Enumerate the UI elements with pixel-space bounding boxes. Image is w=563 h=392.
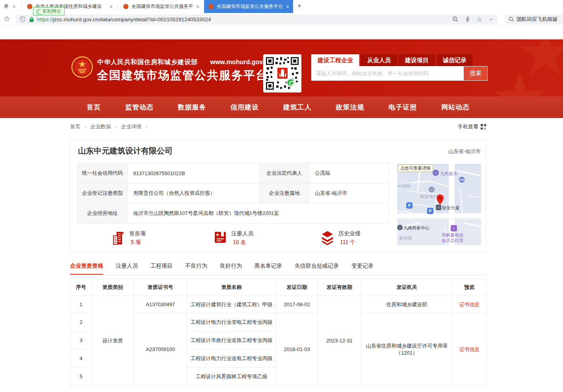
search-category-tabs: 建设工程企业 从业人员 建设项目 诚信记录 [311, 54, 488, 66]
emblem-favicon-icon [123, 4, 129, 9]
search-tab-credit[interactable]: 诚信记录 [437, 54, 473, 66]
tab-bar: 界 × 中华人民共和国住房和城乡建设 × 全国建筑市场监管公共服务平台 × 全国… [0, 0, 563, 13]
nav-credit[interactable]: 信用建设 [230, 96, 259, 118]
authority-cell: 住房和城乡建设部 [361, 296, 453, 313]
tab-jzsc-active[interactable]: 全国建筑市场监管公共服务平台 × [204, 0, 293, 13]
field-value: 公茂福 [309, 163, 389, 183]
national-emblem-icon [71, 56, 93, 78]
table-row: 1 设计资质 A137030497 工程设计建筑行业（建筑工程）甲级 2017-… [71, 296, 487, 313]
col-header: 发证日期 [276, 279, 318, 296]
building-poi-icon: ⌂ [429, 187, 435, 192]
url-text: https://jzsc.mohurd.gov.cn/data/company/… [37, 17, 211, 22]
field-label: 企业登记注册类型 [78, 183, 128, 203]
search-button[interactable]: 搜索 [463, 66, 488, 81]
tab-blacklist[interactable]: 黑名单记录 [255, 261, 282, 271]
breadcrumb-home[interactable]: 首页 [70, 123, 80, 130]
company-region: 山东省-临沂市 [448, 148, 481, 155]
tab-partial[interactable]: 界 × [0, 0, 20, 13]
breadcrumb-separator: › [115, 124, 117, 129]
breadcrumb-company-detail[interactable]: 企业详情 [121, 123, 141, 130]
tab-projects[interactable]: 工程项目 [151, 261, 173, 271]
nav-policy[interactable]: 政策法规 [336, 96, 364, 118]
nav-supervision[interactable]: 监管动态 [125, 96, 154, 118]
field-label: 企业经营地址 [78, 203, 128, 224]
lightning-icon[interactable] [465, 16, 470, 22]
nav-home[interactable]: 首页 [87, 96, 101, 118]
qualifications-table: 序号 资质类别 资质证书号 资质名称 发证日期 发证有效期 发证机关 预览 1 … [70, 279, 487, 386]
col-header: 发证有效期 [318, 279, 361, 296]
close-icon[interactable]: × [13, 4, 16, 9]
tab-qualifications[interactable]: 企业资质资格 [70, 261, 103, 271]
tab-dishonesty-records[interactable]: 失信联合惩戒记录 [295, 261, 339, 271]
emblem-favicon-icon [208, 4, 214, 9]
cert-no-cell: A237009100 [134, 313, 187, 386]
tab-change-records[interactable]: 变更记录 [351, 261, 373, 271]
url-scheme: https:// [37, 17, 53, 22]
shield-icon[interactable] [20, 16, 26, 22]
search-tab-personnel[interactable]: 从业人员 [361, 54, 397, 66]
qr-mini-icon [481, 124, 486, 129]
hot-search-box[interactable]: 国航回应飞机颠簸 [505, 15, 563, 24]
stat-label: 历史业绩 [338, 230, 360, 237]
nav-e-license[interactable]: 电子证照 [388, 96, 417, 118]
tab-bad-behavior[interactable]: 不良行为 [185, 261, 207, 271]
table-header-row: 序号 资质类别 资质证书号 资质名称 发证日期 发证有效期 发证机关 预览 [71, 279, 487, 296]
search-module: 建设工程企业 从业人员 建设项目 诚信记录 搜索 [311, 54, 488, 81]
tab-registered-personnel[interactable]: 注册人员 [116, 261, 138, 271]
tab-good-behavior[interactable]: 良好行为 [220, 261, 242, 271]
map-label: 纪花园 [398, 183, 411, 189]
field-value: 91371302675501022B [128, 163, 260, 183]
location-map[interactable]: ⌂ 九州超市 ATM 纪花园 ⌂ 联安现代城 P P ⌂ 联安大厦 ⌂ 九峰商务… [397, 164, 481, 245]
seq-cell: 2 [71, 313, 92, 331]
favorite-star-icon[interactable]: ☆ [477, 16, 482, 23]
breadcrumb-company-data[interactable]: 企业数据 [91, 123, 111, 130]
search-tab-project[interactable]: 建设项目 [399, 54, 435, 66]
close-icon[interactable]: × [286, 4, 289, 9]
tab-jzsc-1[interactable]: 全国建筑市场监管公共服务平台 × [119, 0, 203, 13]
address-toolbar: ☆ https://jzsc.mohurd.gov.cn/data/compan… [0, 13, 563, 26]
tab-title: 全国建筑市场监管公共服务平台 [217, 3, 283, 10]
main-nav: 首页 监管动态 数据服务 信用建设 建筑工人 政策法规 电子证照 网站动态 [0, 96, 563, 118]
nav-site-news[interactable]: 网站动态 [441, 96, 470, 118]
search-tab-enterprise[interactable]: 建设工程企业 [311, 54, 359, 66]
field-label: 统一社会信用代码 [78, 163, 128, 183]
table-row: 统一社会信用代码 91371302675501022B 企业法定代表人 公茂福 [78, 163, 389, 183]
ministry-name: 中华人民共和国住房和城乡建设部 [97, 59, 198, 65]
table-row: 企业登记注册类型 有限责任公司（自然人投资或控股） 企业注册属地 山东省-临沂市 [78, 183, 389, 203]
stat-registered-personnel[interactable]: 注册人员 10 名 [213, 230, 253, 246]
certificate-info-link[interactable]: 证书信息 [459, 301, 480, 307]
close-icon[interactable]: × [196, 4, 199, 9]
nav-data-service[interactable]: 数据服务 [178, 96, 206, 118]
company-info-table: 统一社会信用代码 91371302675501022B 企业法定代表人 公茂福 … [77, 163, 389, 224]
stat-value: 5 项 [129, 239, 146, 246]
bookmark-star-icon[interactable]: ☆ [4, 14, 10, 23]
stat-value: 111 个 [338, 239, 360, 246]
address-bar[interactable]: https://jzsc.mohurd.gov.cn/data/company/… [16, 15, 497, 24]
battery-poi-icon: ⌂ [451, 225, 457, 231]
new-tab-button[interactable]: + [297, 2, 301, 10]
tab-title: 全国建筑市场监管公共服务平台 [132, 3, 193, 10]
certificate-info-link[interactable]: 证书信息 [459, 346, 480, 352]
tab-title: 界 [4, 3, 10, 10]
map-label: 风帆蓄电池 [442, 232, 463, 238]
tower-poi-icon: ⌂ [436, 205, 441, 210]
mobile-view-button[interactable]: 手机查看 [458, 123, 486, 130]
business-poi-icon: ⌂ [397, 225, 403, 230]
seq-cell: 4 [71, 349, 92, 368]
col-header: 资质类别 [92, 279, 134, 296]
stat-historical-performance[interactable]: 历史业绩 111 个 [320, 230, 360, 246]
map-label: 临沂总代理 [442, 238, 463, 244]
chevron-down-icon[interactable]: ⌄ [489, 15, 493, 21]
close-icon[interactable]: × [110, 4, 113, 9]
seq-cell: 1 [71, 296, 92, 313]
category-cell: 设计资质 [92, 296, 134, 386]
keyword-search-input[interactable] [311, 66, 463, 81]
zoom-out-icon[interactable] [452, 16, 459, 22]
wechat-mini-program-icon [286, 78, 295, 87]
copy-url-tooltip: 复制网址 [33, 7, 65, 15]
nav-workers[interactable]: 建筑工人 [283, 96, 312, 118]
stat-qualifications[interactable]: 资质项 5 项 [112, 230, 146, 246]
layers-icon [320, 230, 334, 245]
table-row: 企业经营地址 临沂市兰山区陶然路107号星河晶都（联安）现代城1号楼2201室 [78, 203, 389, 224]
field-value: 山东省-临沂市 [309, 183, 389, 203]
